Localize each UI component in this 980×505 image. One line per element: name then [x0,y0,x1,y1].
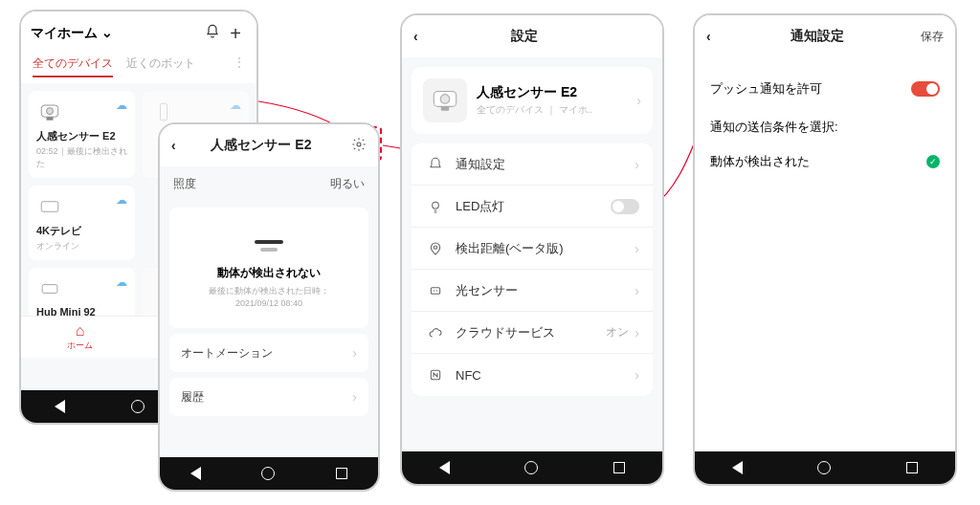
led-toggle[interactable] [611,199,639,214]
row-notification-settings[interactable]: 通知設定 › [412,143,653,186]
svg-point-6 [357,143,361,146]
nav-home-icon[interactable] [261,467,275,480]
push-allow-toggle[interactable] [911,81,940,97]
tv-icon [36,193,63,220]
automation-row[interactable]: オートメーション › [169,334,368,372]
nav-back-icon[interactable] [439,461,450,474]
device-sub: 全てのデバイス ｜ マイホ.. [477,103,592,117]
tab-nearby[interactable]: 近くのボット [126,55,195,77]
push-allow-row: プッシュ通知を許可 [710,73,940,105]
row-distance[interactable]: 検出距離(ベータ版) › [412,228,653,270]
screen-notification-settings: ‹ 通知設定 保存 プッシュ通知を許可 通知の送信条件を選択: 動体が検出された… [695,15,955,451]
svg-rect-5 [42,285,57,294]
bulb-icon [425,199,446,214]
chevron-right-icon: › [635,283,639,298]
home-icon: ⌂ [76,322,85,340]
cloud-icon [425,325,446,340]
chevron-right-icon: › [352,345,357,361]
row-nfc[interactable]: NFC › [412,354,653,396]
device-status: オンライン [36,240,127,252]
row-light-sensor[interactable]: 光センサー › [412,270,653,312]
motion-detected-label: 動体が検出された [710,153,810,170]
cloud-icon: ☁ [230,99,241,112]
hub-icon [36,275,63,302]
tab-home[interactable]: ⌂ ホーム [21,317,139,358]
nfc-icon [425,367,446,383]
row-led[interactable]: LED点灯 [412,186,653,228]
tab-all-devices[interactable]: 全てのデバイス [33,55,113,77]
chevron-down-icon: ⌄ [101,25,113,40]
remote-icon [150,99,177,125]
chevron-right-icon: › [636,93,641,108]
nav-back-icon[interactable] [190,467,201,480]
phone-settings: ‹ 設定 人感センサー E2 全てのデバイス ｜ マイホ.. › 通知設定 › [400,13,664,486]
screen-device-detail: ‹ 人感センサー E2 照度 明るい 動体が検出されない 最後に動体が検出された… [160,124,378,457]
cloud-icon: ☁ [116,275,127,289]
phone-device-detail: ‹ 人感センサー E2 照度 明るい 動体が検出されない 最後に動体が検出された… [158,122,380,492]
nav-home-icon[interactable] [131,400,145,413]
motion-sub: 最後に動体が検出された日時：2021/09/12 08:40 [179,285,359,309]
history-row[interactable]: 履歴 › [169,378,368,416]
bell-icon [425,157,446,172]
chevron-right-icon: › [635,367,639,383]
chevron-right-icon: › [635,241,639,256]
save-button[interactable]: 保存 [909,29,944,45]
nav-recent-icon[interactable] [336,468,347,479]
device-name: 人感センサー E2 [477,84,592,101]
bell-icon[interactable] [201,24,224,43]
home-title[interactable]: マイホーム ⌄ [31,25,113,42]
device-image [423,78,467,122]
notify-title: 通知設定 [725,28,909,45]
location-icon [425,241,446,256]
svg-point-11 [434,246,436,249]
light-sensor-icon [425,283,446,298]
back-icon[interactable]: ‹ [171,138,190,153]
check-icon: ✓ [926,155,940,168]
plus-icon[interactable]: + [224,23,247,45]
motion-sensor-icon [36,99,63,125]
device-tabs: 全てのデバイス 近くのボット ⋮ [21,55,256,83]
back-icon[interactable]: ‹ [706,29,725,44]
device-summary[interactable]: 人感センサー E2 全てのデバイス ｜ マイホ.. › [412,67,653,134]
more-icon[interactable]: ⋮ [234,55,245,77]
svg-rect-12 [431,287,439,294]
notify-header: ‹ 通知設定 保存 [695,15,955,57]
motion-title: 動体が検出されない [179,265,359,281]
svg-point-8 [440,95,450,104]
gear-icon[interactable] [332,137,367,155]
history-section: 履歴 › [169,378,368,416]
svg-rect-2 [47,117,54,121]
device-card-motion-sensor[interactable]: ☁ 人感センサー E2 02:52｜最後に検出された [29,91,135,178]
nav-home-icon[interactable] [817,461,831,474]
lux-value: 明るい [330,176,365,192]
row-cloud[interactable]: クラウドサービス オン › [412,312,653,354]
chevron-right-icon: › [352,389,357,405]
home-header: マイホーム ⌄ + [21,11,256,55]
back-icon[interactable]: ‹ [413,29,433,44]
svg-point-1 [47,108,54,115]
nav-back-icon[interactable] [732,461,743,474]
settings-list: 通知設定 › LED点灯 検出距離(ベータ版) › 光センサー › クラウドサー… [412,143,653,396]
notify-body: プッシュ通知を許可 通知の送信条件を選択: 動体が検出された ✓ [695,57,955,176]
nav-recent-icon[interactable] [906,462,918,473]
settings-header: ‹ 設定 [402,15,662,57]
device-card-tv[interactable]: ☁ 4Kテレビ オンライン [29,186,135,260]
nav-back-icon[interactable] [55,400,65,413]
motion-status-card: 動体が検出されない 最後に動体が検出された日時：2021/09/12 08:40 [169,208,368,328]
automation-section: オートメーション › [169,334,368,372]
chevron-right-icon: › [635,325,639,340]
detail-title: 人感センサー E2 [190,137,332,154]
device-name: 4Kテレビ [36,224,127,238]
android-navbar [402,451,662,484]
nav-home-icon[interactable] [524,461,538,474]
device-name: 人感センサー E2 [36,129,127,143]
lux-row: 照度 明るい [160,166,378,202]
cloud-icon: ☁ [116,193,127,207]
push-allow-label: プッシュ通知を許可 [710,80,822,98]
device-status: 02:52｜最後に検出された [36,145,127,170]
android-navbar [695,451,955,484]
motion-detected-row[interactable]: 動体が検出された ✓ [710,147,940,176]
nav-recent-icon[interactable] [613,462,625,473]
cloud-icon: ☁ [116,99,127,112]
lux-label: 照度 [173,176,196,192]
